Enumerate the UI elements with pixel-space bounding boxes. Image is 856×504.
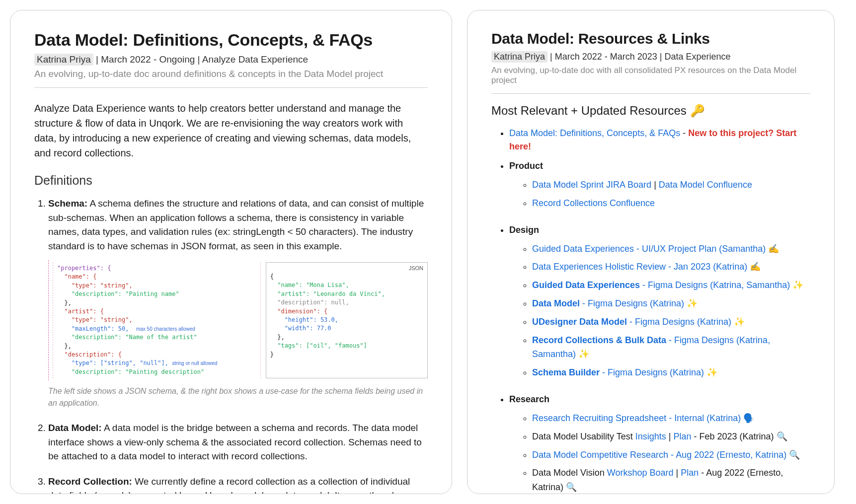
term-label: Record Collection: xyxy=(48,476,132,487)
author-chip[interactable]: Katrina Priya xyxy=(34,54,93,66)
resource-text: ✨ xyxy=(790,280,803,290)
intro-paragraph: Analyze Data Experience wants to help cr… xyxy=(34,101,428,160)
resource-text: ✨ xyxy=(576,349,589,359)
meta-text: | March 2022 - March 2023 | Data Experie… xyxy=(547,52,731,62)
doc-subtitle: An evolving, up-to-date doc with all con… xyxy=(491,66,810,85)
resource-text: | xyxy=(673,468,681,478)
resource-item: Record Collections & Bulk Data - Figma D… xyxy=(532,333,810,362)
figure-caption: The left side shows a JSON schema, & the… xyxy=(48,385,428,409)
group-research: Research xyxy=(509,393,810,406)
resources-heading: Most Relevant + Updated Resources 🔑 xyxy=(491,104,810,118)
doc-meta: Katrina Priya | March 2022 - March 2023 … xyxy=(491,51,810,63)
resource-link[interactable]: Research Recruiting Spreadsheet - Intern… xyxy=(532,413,741,423)
resource-link[interactable]: Workshop Board xyxy=(607,468,674,478)
annotation-nullable: string or null allowed xyxy=(172,360,217,366)
doc-card-resources: Data Model: Resources & Links Katrina Pr… xyxy=(467,10,835,494)
product-sublist: Data Model Sprint JIRA Board | Data Mode… xyxy=(509,178,810,211)
resource-text: ✍️ xyxy=(766,244,779,254)
resource-link[interactable]: - Figma Designs (Katrina) xyxy=(600,367,704,377)
resource-text: ✨ xyxy=(704,367,717,377)
resources-list: Data Model: Definitions, Concepts, & FAQ… xyxy=(491,127,810,494)
resource-link[interactable]: Insights xyxy=(635,432,666,441)
meta-text: | March 2022 - Ongoing | Analyze Data Ex… xyxy=(93,54,308,65)
term-text: A data model is the bridge between a sch… xyxy=(48,423,422,461)
instance-json-pane: { "name": "Mona Lisa", "artist": "Leonar… xyxy=(266,262,428,378)
resource-link[interactable]: Data Model Competitive Research - Aug 20… xyxy=(532,450,786,460)
group-design: Design xyxy=(509,223,810,237)
resource-text: ✨ xyxy=(684,298,698,308)
resource-link[interactable]: UDesigner Data Model xyxy=(532,317,627,327)
annotation-maxlength: max 50 characters allowed xyxy=(136,326,195,332)
resource-link[interactable]: Data Model Sprint JIRA Board xyxy=(532,180,651,190)
doc-card-definitions: Data Model: Definitions, Concepts, & FAQ… xyxy=(10,10,452,494)
resource-item: Guided Data Experiences - Figma Designs … xyxy=(532,278,810,292)
term-label: Data Model: xyxy=(48,423,102,433)
resource-link[interactable]: Record Collections & Bulk Data xyxy=(532,335,666,345)
doc-subtitle: An evolving, up-to-date doc around defin… xyxy=(34,69,428,79)
resource-text: | xyxy=(666,432,674,441)
resource-link[interactable]: Plan xyxy=(674,432,692,441)
resource-link[interactable]: Record Collections Confluence xyxy=(532,198,655,208)
resource-link[interactable]: Guided Data Experiences xyxy=(532,280,640,290)
schema-code-figure: "properties": { "name": { "type": "strin… xyxy=(48,260,428,380)
resource-link[interactable]: Plan xyxy=(681,468,699,478)
doc-title: Data Model: Definitions, Concepts, & FAQ… xyxy=(34,30,428,50)
resource-item: Guided Data Experiences - UI/UX Project … xyxy=(532,242,810,256)
term-text: A schema defines the structure and relat… xyxy=(48,198,424,251)
resource-item: Record Collections Confluence xyxy=(532,196,810,211)
resource-link[interactable]: Data Model Confluence xyxy=(659,180,752,190)
divider xyxy=(491,93,810,94)
resource-item: Data Experiences Holistic Review - Jan 2… xyxy=(532,260,810,274)
resource-item: Research Recruiting Spreadsheet - Intern… xyxy=(532,411,810,426)
resource-item: Data Model Sprint JIRA Board | Data Mode… xyxy=(532,178,810,192)
resource-text: | xyxy=(651,180,659,190)
resource-item: Data Model Vision Workshop Board | Plan … xyxy=(532,466,810,494)
resource-item: Data Model Competitive Research - Aug 20… xyxy=(532,448,810,462)
resource-text: - Feb 2023 (Katrina) 🔍 xyxy=(692,432,787,441)
resource-text: ✍️ xyxy=(747,262,761,272)
resource-item: Schema Builder - Figma Designs (Katrina)… xyxy=(532,365,810,380)
resource-item: Data Model Usability Test Insights | Pla… xyxy=(532,430,810,444)
resource-text: ✨ xyxy=(731,317,745,327)
definitions-list: Schema: A schema defines the structure a… xyxy=(34,197,428,494)
resource-item-start-here: Data Model: Definitions, Concepts, & FAQ… xyxy=(509,127,810,153)
group-product: Product xyxy=(509,159,810,173)
doc-meta: Katrina Priya | March 2022 - Ongoing | A… xyxy=(34,54,428,66)
resource-item: UDesigner Data Model - Figma Designs (Ka… xyxy=(532,315,810,329)
research-sublist: Research Recruiting Spreadsheet - Intern… xyxy=(509,411,810,494)
resource-text: Data Model Usability Test xyxy=(532,432,635,441)
definition-item-recordcollection: Record Collection: We currently define a… xyxy=(48,475,428,494)
author-chip[interactable]: Katrina Priya xyxy=(491,51,547,63)
resource-text: Data Model Vision xyxy=(532,468,607,478)
resource-link[interactable]: - Figma Designs (Katrina, Samantha) xyxy=(640,280,790,290)
definition-item-datamodel: Data Model: A data model is the bridge b… xyxy=(48,421,428,464)
resource-link[interactable]: Data Model xyxy=(532,298,580,308)
schema-json-pane: "properties": { "name": { "type": "strin… xyxy=(53,262,261,378)
definition-item-schema: Schema: A schema defines the structure a… xyxy=(48,197,428,409)
resource-link[interactable]: Guided Data Experiences - UI/UX Project … xyxy=(532,244,766,254)
resource-item: Data Model - Figma Designs (Katrina) ✨ xyxy=(532,296,810,311)
resource-text: 🗣️ xyxy=(741,413,754,423)
resource-text: 🔍 xyxy=(786,450,800,460)
resource-link[interactable]: Schema Builder xyxy=(532,367,600,377)
resource-link[interactable]: - Figma Designs (Katrina) xyxy=(627,317,731,327)
divider xyxy=(34,87,428,88)
resource-link[interactable]: - Figma Designs (Katrina) xyxy=(580,298,684,308)
term-label: Schema: xyxy=(48,198,87,209)
resource-link[interactable]: Data Experiences Holistic Review - Jan 2… xyxy=(532,262,747,272)
doc-title: Data Model: Resources & Links xyxy=(491,30,810,47)
definitions-heading: Definitions xyxy=(34,173,428,188)
resource-link[interactable]: Data Model: Definitions, Concepts, & FAQ… xyxy=(509,128,680,138)
design-sublist: Guided Data Experiences - UI/UX Project … xyxy=(509,242,810,380)
